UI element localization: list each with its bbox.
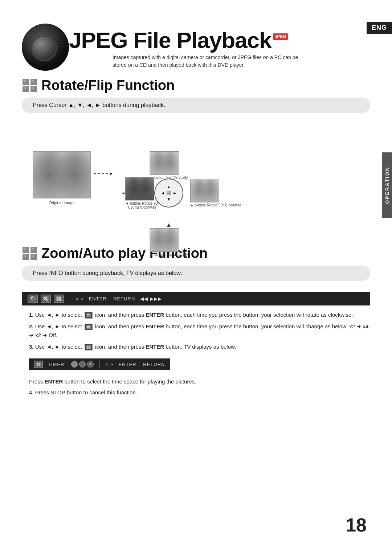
svg-rect-39: [89, 348, 90, 349]
svg-rect-9: [24, 248, 26, 250]
svg-rect-13: [24, 255, 26, 257]
enter-note: Press ENTER button to select the time sp…: [29, 377, 370, 386]
svg-rect-43: [37, 365, 38, 366]
svg-rect-14: [30, 254, 37, 260]
original-image: [33, 151, 91, 198]
timer-separator: [99, 361, 100, 368]
page-title: JPEG File Playback: [69, 29, 271, 52]
svg-rect-0: [23, 79, 29, 85]
svg-rect-4: [23, 86, 29, 92]
rotate-cw-label: ► button: Rotate 90° Clockwise: [190, 203, 241, 207]
rotate-section-header: Rotate/Flip Function: [22, 78, 370, 93]
svg-rect-44: [39, 365, 40, 366]
svg-rect-24: [57, 297, 58, 299]
list-autoplay-icon: [85, 344, 93, 350]
arrow-up-bottom: ▲: [150, 222, 188, 228]
timer-circle-3: [87, 361, 94, 368]
ctrl-zoom-icon: [41, 295, 51, 303]
arrow-right-dashed: ►: [109, 171, 114, 176]
binary-pattern: 0101001011010010100101101001011010010100…: [22, 24, 69, 71]
svg-rect-8: [23, 247, 29, 253]
list-rotate-icon: [85, 312, 93, 319]
control-bar: < > ENTER RETURN ◀◀ ▶▶▶: [22, 292, 370, 305]
zoom-instruction: Press INFO button during playback, TV di…: [22, 266, 370, 281]
subtitle: Images captured with a digital camera or…: [113, 54, 298, 69]
list-item-3: 3. Use ◄, ► to select icon, and then pre…: [29, 342, 370, 351]
list-item-2: 2. Use ◄, ► to select icon, and then pre…: [29, 322, 370, 340]
instruction-list: 1. Use ◄, ► to select icon, and then pre…: [29, 311, 370, 351]
timer-bar: TIMER: < > ENTER RETURN: [29, 358, 170, 370]
list-zoom-icon: [85, 324, 93, 330]
camera-icon: 0101001011010010100101101001011010010100…: [22, 24, 69, 71]
ctrl-separator: [70, 295, 70, 302]
svg-rect-27: [59, 299, 61, 301]
svg-rect-42: [39, 363, 40, 364]
svg-rect-6: [30, 86, 37, 92]
rotate-instruction: Press Cursor ▲, ▼, ◄, ► buttons during p…: [22, 98, 370, 113]
nav-diagram: ▲ button: Flip Vertically ▼ ▲ ◄► ▼ ◄ but…: [127, 151, 211, 235]
timer-label: TIMER:: [48, 362, 66, 367]
right-butterfly: [190, 179, 219, 202]
timer-circles: [71, 361, 94, 368]
svg-rect-10: [30, 247, 37, 253]
zoom-section-header: Zoom/Auto play Function: [22, 246, 370, 261]
ctrl-autoplay-icon: [54, 295, 64, 303]
page-header: 0101001011010010100101101001011010010100…: [22, 18, 370, 69]
rotate-ccw-label: ◄ button: Rotate 90° Counterclockwise: [125, 201, 159, 209]
language-badge: ENG: [367, 22, 392, 34]
rotate-section-icon: [22, 78, 38, 93]
svg-rect-11: [32, 248, 34, 250]
stop-note: 4. Press STOP button to cancel this func…: [29, 388, 370, 397]
section-badge: OPERATION: [382, 152, 392, 218]
svg-rect-1: [24, 80, 26, 82]
timer-nav: < > ENTER RETURN: [106, 362, 165, 367]
zoom-section-icon: [22, 246, 38, 261]
page-number: 18: [346, 514, 367, 536]
svg-rect-5: [24, 87, 26, 89]
arrow-left-center: ◄: [121, 191, 125, 195]
flip-vert-down-label: ▼ button: Flip Vertically: [150, 253, 188, 257]
bottom-butterfly: [150, 228, 179, 252]
rotate-section-title: Rotate/Flip Function: [41, 78, 175, 93]
svg-rect-2: [30, 79, 37, 85]
svg-rect-3: [32, 80, 34, 82]
svg-rect-38: [87, 348, 88, 349]
svg-rect-36: [87, 346, 88, 347]
svg-rect-26: [57, 299, 58, 301]
ctrl-nav-text: < > ENTER RETURN ◀◀ ▶▶▶: [76, 296, 162, 301]
svg-rect-7: [32, 87, 34, 89]
svg-rect-41: [37, 363, 38, 364]
svg-rect-12: [23, 254, 29, 260]
jpeg-badge: JPEG: [273, 33, 288, 40]
top-butterfly: [150, 151, 179, 175]
timer-circle-1: [71, 361, 78, 368]
ctrl-rotate-icon: [28, 295, 38, 303]
left-butterfly: [125, 177, 154, 201]
timer-autoplay-icon: [34, 361, 43, 368]
svg-rect-25: [59, 297, 61, 299]
timer-circle-2: [79, 361, 86, 368]
svg-rect-37: [89, 346, 90, 347]
original-image-label: Original Image: [33, 201, 91, 205]
list-item-1: 1. Use ◄, ► to select icon, and then pre…: [29, 311, 370, 319]
svg-rect-15: [32, 255, 34, 257]
